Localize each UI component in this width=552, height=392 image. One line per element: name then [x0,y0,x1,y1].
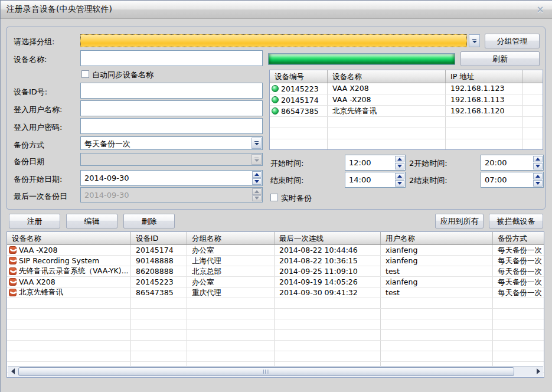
device-name-input[interactable] [80,50,263,66]
spin-up-icon[interactable] [533,173,543,179]
register-button[interactable]: 注册 [9,214,60,228]
column-header[interactable]: 设备编号 [270,70,328,83]
auto-sync-checkbox[interactable] [81,70,89,78]
table-row[interactable]: 先锋音讯云录音系统（VAA-YK)... 86208888 北京总部 2014-… [7,266,544,277]
spin-up-icon [252,188,262,195]
close-icon[interactable]: × [534,4,546,15]
backup-mode: 每天备份一次 [493,256,544,266]
login-password-input[interactable] [80,118,263,134]
phone-icon [9,278,17,286]
device-id-input[interactable] [80,83,263,99]
empty-row [7,330,544,341]
edit-button[interactable]: 编辑 [66,214,117,228]
spin-down-icon[interactable] [395,163,404,169]
column-header[interactable]: IP 地址 [446,70,522,83]
device-name-label: 设备名称: [14,54,47,65]
scroll-left-icon[interactable] [8,367,18,376]
blocked-devices-button[interactable]: 被拦截设备 [489,214,543,228]
column-header[interactable]: 设备名称 [7,232,131,244]
table-row[interactable]: SIP Recording System 90148888 上海代理 2014-… [7,256,544,266]
group-manage-button[interactable]: 分组管理 [485,34,540,48]
horizontal-scrollbar[interactable] [8,366,543,377]
login-user-input[interactable] [80,100,263,116]
user-name: test [381,288,493,298]
table-row[interactable]: VAA -X208 20145174 办公室 2014-08-22 10:44:… [7,245,544,256]
last-backup-date-value: 2014-09-30 [84,191,129,200]
column-header[interactable]: 最后一次连线 [275,232,381,244]
backup-start-date-spinner[interactable]: 2014-09-30 [80,170,263,186]
column-header[interactable]: 分组名称 [187,232,275,244]
spin-up-icon[interactable] [395,173,404,179]
start-time-spinner[interactable]: 12:00 [345,155,406,171]
login-user-label: 登入用户名称: [14,104,62,115]
device-name: VAA -X208 [19,246,58,254]
delete-button[interactable]: 删除 [123,214,175,228]
backup-mode-combobox[interactable]: 每天备份一次 [80,136,263,150]
spin-up-icon[interactable] [533,156,543,162]
realtime-backup-label: 实时备份 [281,193,312,204]
last-backup-date-label: 最后一次备份日 [14,191,67,202]
spin-down-icon [252,195,262,202]
device-id: 20145223 [131,277,187,287]
device-name: VAA X208 [328,83,446,94]
spin-up-icon[interactable] [395,156,404,162]
online-devices-table: 设备编号 设备名称 IP 地址 20145223 VAA X208 192.16… [269,70,543,150]
group-name: 办公室 [187,245,275,255]
table-row[interactable]: 86547385 北京先锋音讯 192.168.1.120 [270,106,543,117]
table-row[interactable]: 20145174 VAA -X208 192.168.1.113 [270,94,543,106]
group-name: 办公室 [187,277,275,287]
table-row[interactable]: 20145223 VAA X208 192.168.1.123 [270,83,543,94]
device-name: VAA -X208 [328,94,446,105]
backup-mode: 每天备份一次 [493,266,544,276]
spin-down-icon[interactable] [533,180,543,187]
scroll-right-icon[interactable] [533,367,543,376]
start-time2-label: 2开始时间: [409,158,448,169]
group-name: 重庆代理 [187,288,275,298]
end-time2-label: 2结束时间: [409,175,448,186]
end-time-spinner[interactable]: 14:00 [345,172,406,188]
login-password-label: 登入用户密码: [14,122,62,133]
column-header-filler [522,70,543,83]
device-number: 20145174 [281,96,319,104]
group-select-combobox[interactable] [80,34,467,47]
column-header[interactable]: 设备名称 [328,70,446,83]
backup-mode: 每天备份一次 [493,245,544,255]
start-time2-spinner[interactable]: 20:00 [481,155,544,171]
end-time2-spinner[interactable]: 07:00 [481,172,544,188]
last-connection: 2014-08-22 10:44:46 [275,245,381,255]
apply-all-button[interactable]: 应用到所有 [435,214,484,228]
scrollbar-grip [263,370,270,374]
table-row[interactable]: VAA X208 20145223 办公室 2014-09-19 14:05:2… [7,277,544,288]
spin-down-icon[interactable] [252,178,262,185]
column-header[interactable]: 设备ID [131,232,187,244]
start-time-value: 12:00 [349,158,371,167]
chevron-down-icon[interactable] [251,138,262,149]
title-bar[interactable]: 注册录音设备(中央管理软件) × [1,1,552,19]
backup-mode: 每天备份一次 [493,277,544,287]
spin-down-icon[interactable] [533,163,543,169]
last-connection: 2014-09-19 14:05:26 [275,277,381,287]
registered-table-header: 设备名称 设备ID 分组名称 最后一次连线 用户名称 备份方式 [7,232,544,245]
spin-down-icon[interactable] [395,180,404,187]
table-row[interactable]: 北京先锋音讯 86547385 重庆代理 2014-09-30 09:41:32… [7,288,544,298]
group-select-dropdown-icon[interactable] [469,34,480,47]
realtime-backup-checkbox[interactable] [270,194,278,201]
column-header[interactable]: 用户名称 [381,232,493,244]
start-time-label: 开始时间: [270,158,303,169]
empty-row [7,298,544,309]
user-name: xianfeng [381,277,493,287]
refresh-button[interactable]: 刷新 [460,51,540,66]
scrollbar-thumb[interactable] [18,367,514,376]
phone-icon [9,246,17,254]
ip-address: 192.168.1.123 [446,83,522,94]
column-header[interactable]: 备份方式 [493,232,544,244]
empty-row [270,139,543,150]
device-id: 86208888 [131,266,187,276]
empty-row [7,351,544,362]
phone-icon [9,267,17,275]
empty-row [7,319,544,330]
last-connection: 2014-08-22 10:36:15 [275,256,381,266]
group-name: 北京总部 [187,266,275,276]
device-name: VAA X208 [19,277,55,286]
spin-up-icon[interactable] [252,171,262,178]
